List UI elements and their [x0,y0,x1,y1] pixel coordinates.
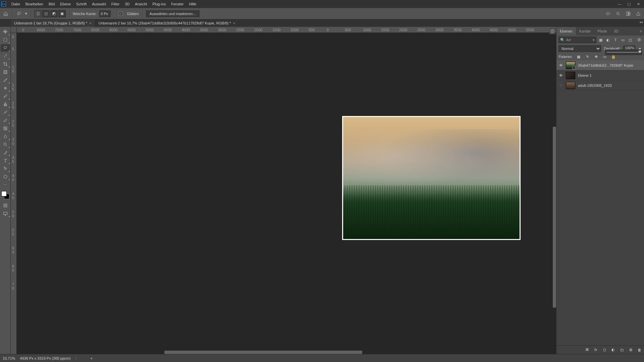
opacity-slider-track[interactable] [607,52,640,53]
lasso-tool[interactable] [1,44,10,52]
layer-thumbnail[interactable] [566,72,575,79]
layer-name[interactable]: 26ab471dd8dc52...7828df7 Kopie [578,63,633,67]
shape-tool[interactable] [1,173,10,180]
gradient-tool[interactable] [1,125,10,132]
workspace-icon[interactable] [625,11,631,17]
layer-filter-dropdown[interactable]: 🔍 Art ▾ [558,37,596,43]
collapse-panels-icon[interactable]: ◂◂ [639,20,643,24]
tab-pfade[interactable]: Pfade [594,27,610,35]
selection-subtract-button[interactable]: ◩ [50,10,58,17]
share-icon[interactable] [635,11,641,17]
tab-kanaele[interactable]: Kanäle [576,27,594,35]
layer-fx-icon[interactable]: fx [593,347,598,353]
visibility-eye-icon[interactable]: 👁 [558,63,563,68]
lock-position-icon[interactable]: ✥ [593,54,599,59]
menu-hilfe[interactable]: Hilfe [186,1,199,7]
doc-info-chevron-icon[interactable]: 〉 [75,356,79,361]
menu-datei[interactable]: Datei [9,1,23,7]
move-tool[interactable] [1,28,10,36]
tab-close-icon[interactable]: × [233,21,235,25]
scroll-left-icon[interactable]: ◂ [90,356,92,360]
quick-mask-tool[interactable] [1,202,10,209]
history-brush-tool[interactable] [1,109,10,116]
properties-panel-icon[interactable] [549,28,555,34]
menu-filter[interactable]: Filter [109,1,122,7]
layer-row[interactable]: 👁 adult-1852908_1920 [556,80,644,90]
cloud-icon[interactable] [605,11,611,17]
vertical-ruler[interactable]: 0 5 1 0 1 5 2 0 2 5 3 0 3 5 4 0 4 5 5 0 … [11,33,17,354]
selection-intersect-button[interactable]: ▣ [58,10,66,17]
close-icon[interactable]: ✕ [636,2,641,6]
lasso-tool-icon[interactable] [16,10,22,17]
new-layer-icon[interactable]: ⊞ [628,347,633,353]
link-layers-icon[interactable]: ⌘ [584,347,590,353]
more-tools[interactable]: ⋯ [1,181,10,188]
path-selection-tool[interactable] [1,165,10,172]
crop-tool[interactable] [1,60,10,68]
menu-bild[interactable]: Bild [46,1,57,7]
search-icon[interactable] [615,11,621,17]
lock-transparency-icon[interactable]: ▦ [576,54,581,59]
type-tool[interactable] [1,157,10,164]
menu-3d[interactable]: 3D [122,1,132,7]
layer-mask-icon[interactable]: ◻ [602,347,607,353]
opacity-slider-thumb[interactable] [638,51,642,53]
filter-smart-icon[interactable]: ◫ [627,37,633,43]
maximize-icon[interactable]: ▢ [627,2,631,6]
color-swatch[interactable] [1,191,9,199]
selection-new-button[interactable]: ◻ [34,10,42,17]
tab-3d[interactable]: 3D [610,27,622,35]
select-and-mask-button[interactable]: Auswählen und maskieren... [146,10,200,17]
zoom-level[interactable]: 10,71% [3,356,15,360]
stamp-tool[interactable] [1,101,10,108]
layer-name[interactable]: Ebene 1 [578,73,592,77]
filter-toggle-icon[interactable]: ⦿ [636,37,642,43]
healing-brush-tool[interactable] [1,84,10,92]
document-image[interactable] [342,116,521,240]
antialias-checkbox[interactable] [119,12,123,16]
opacity-slider-popup[interactable] [605,50,642,55]
ruler-origin[interactable] [11,27,17,33]
layer-name[interactable]: adult-1852908_1920 [578,83,612,87]
layer-row[interactable]: 👁 Ebene 1 [556,70,644,80]
document-tab[interactable]: Unbenannt-2 bei 10,7% (26ab471dd8dc52b95… [95,19,239,27]
vertical-scrollbar[interactable] [553,127,556,308]
menu-bearbeiten[interactable]: Bearbeiten [23,1,46,7]
visibility-eye-icon[interactable]: 👁 [558,83,563,88]
tab-ebenen[interactable]: Ebenen [556,27,576,35]
blend-mode-select[interactable]: Normal [558,45,601,52]
filter-shape-icon[interactable]: ▭ [620,37,626,43]
tool-preset-chevron[interactable]: ▾ [25,11,27,16]
frame-tool[interactable] [1,68,10,76]
filter-pixel-icon[interactable]: ▦ [598,37,604,43]
filter-type-icon[interactable]: T [612,37,619,43]
visibility-eye-icon[interactable]: 👁 [558,73,563,78]
minimize-icon[interactable]: — [617,2,622,6]
adjustment-layer-icon[interactable]: ◐ [610,347,616,353]
tab-close-icon[interactable]: × [89,21,91,25]
horizontal-scrollbar[interactable] [164,351,362,354]
home-icon[interactable] [3,11,9,17]
group-icon[interactable]: 🗀 [619,347,625,353]
marquee-tool[interactable] [1,36,10,44]
delete-layer-icon[interactable]: 🗑 [637,347,642,353]
panel-menu-icon[interactable]: ≡ [637,27,644,35]
brush-tool[interactable] [1,93,10,100]
layer-thumbnail[interactable] [566,82,575,89]
feather-input[interactable] [99,10,111,17]
menu-ansicht[interactable]: Ansicht [132,1,150,7]
canvas[interactable] [17,33,556,354]
eyedropper-tool[interactable] [1,76,10,84]
menu-auswahl[interactable]: Auswahl [89,1,109,7]
dodge-tool[interactable] [1,141,10,148]
document-tab[interactable]: Unbenannt-1 bei 18,7% (Gruppe 1, RGB/8) … [11,19,95,27]
pen-tool[interactable] [1,149,10,156]
magic-wand-tool[interactable] [1,52,10,60]
menu-schrift[interactable]: Schrift [73,1,89,7]
eraser-tool[interactable] [1,117,10,124]
layer-row[interactable]: 👁 26ab471dd8dc52...7828df7 Kopie [556,60,644,70]
horizontal-ruler[interactable]: 0 8000 7500 7000 6500 6000 5500 5000 450… [17,27,556,33]
filter-adjust-icon[interactable]: ◐ [605,37,611,43]
menu-ebene[interactable]: Ebene [57,1,73,7]
layer-thumbnail[interactable] [566,62,575,69]
